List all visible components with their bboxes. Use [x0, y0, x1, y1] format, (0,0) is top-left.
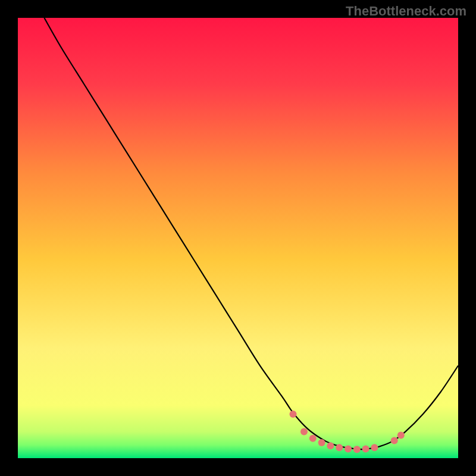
marker-point — [309, 435, 317, 442]
marker-point — [353, 446, 361, 453]
marker-point — [290, 411, 297, 418]
marker-point — [300, 428, 308, 436]
highlight-markers — [290, 411, 405, 453]
marker-point — [318, 439, 325, 446]
marker-point — [397, 432, 405, 439]
marker-point — [391, 437, 398, 444]
chart-container: TheBottleneck.com — [0, 0, 476, 476]
marker-point — [371, 444, 378, 451]
marker-point — [336, 444, 343, 451]
curve-layer — [18, 18, 458, 458]
watermark-text: TheBottleneck.com — [346, 4, 466, 19]
marker-point — [362, 445, 369, 452]
bottleneck-curve — [44, 18, 458, 449]
marker-point — [345, 445, 352, 452]
marker-point — [327, 442, 334, 449]
chart-area — [18, 18, 458, 458]
